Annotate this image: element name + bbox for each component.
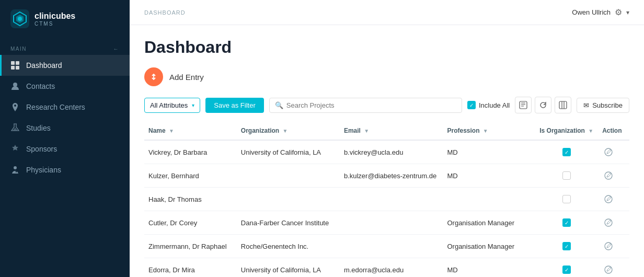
cell-email: [340, 188, 443, 211]
cell-is-organization[interactable]: ✓: [535, 211, 598, 235]
cell-action[interactable]: [598, 258, 629, 278]
sidebar-logo: clinicubes CTMS: [0, 0, 130, 38]
cell-email: b.kulzer@diabetes-zentrum.de: [340, 164, 443, 188]
cell-action[interactable]: [598, 188, 629, 211]
doctor-icon: [10, 165, 20, 175]
svg-point-18: [605, 219, 612, 226]
main-content: DASHBOARD Owen Ullrich ⚙ ▾ Dashboard Add…: [130, 0, 644, 277]
svg-point-15: [605, 148, 612, 156]
action-edit-icon[interactable]: [602, 216, 615, 229]
sidebar-item-label: Physicians: [26, 166, 61, 174]
cell-is-organization[interactable]: ✓: [535, 258, 598, 278]
svg-point-9: [14, 166, 17, 169]
refresh-svg: [539, 101, 547, 109]
add-entry-label[interactable]: Add Entry: [169, 73, 204, 82]
cell-name: Haak, Dr Thomas: [144, 188, 237, 211]
section-label: MAIN: [10, 46, 27, 52]
sidebar-item-studies[interactable]: Studies: [0, 118, 130, 138]
sidebar-item-contacts[interactable]: Contacts: [0, 76, 130, 97]
collapse-icon[interactable]: ←: [113, 46, 120, 52]
action-edit-icon[interactable]: [602, 146, 615, 158]
topbar: DASHBOARD Owen Ullrich ⚙ ▾: [130, 0, 644, 25]
svg-rect-4: [11, 61, 15, 65]
svg-rect-5: [16, 61, 19, 65]
table-row: Zimmermann, Dr RaphaelRoche/Genentech In…: [144, 235, 629, 258]
save-filter-button[interactable]: Save as Filter: [205, 98, 263, 113]
action-edit-icon[interactable]: [602, 193, 615, 205]
action-edit-icon[interactable]: [602, 240, 615, 252]
search-input[interactable]: [286, 101, 456, 109]
subscribe-label: Subscribe: [592, 101, 623, 109]
cell-name: Vickrey, Dr Barbara: [144, 140, 237, 164]
svg-point-3: [18, 17, 22, 21]
dashboard-icon: [10, 61, 20, 70]
svg-rect-12: [559, 101, 567, 109]
cell-name: Edorra, Dr Mira: [144, 258, 237, 278]
cell-organization: [237, 188, 340, 211]
user-menu[interactable]: Owen Ullrich ⚙ ▾: [572, 7, 629, 17]
cell-is-organization[interactable]: ✓: [535, 235, 598, 258]
is-org-checkbox-checked[interactable]: ✓: [562, 266, 571, 274]
prof-filter-icon[interactable]: ▼: [483, 128, 488, 134]
cell-action[interactable]: [598, 235, 629, 258]
sidebar-item-research-centers[interactable]: Research Centers: [0, 97, 130, 118]
sidebar-item-sponsors[interactable]: Sponsors: [0, 138, 130, 159]
all-attributes-dropdown[interactable]: All Attributes ▾: [144, 98, 200, 113]
is-org-checkbox-empty[interactable]: [562, 171, 571, 180]
name-filter-icon[interactable]: ▼: [169, 128, 174, 134]
subscribe-button[interactable]: ✉ Subscribe: [577, 98, 629, 113]
user-name: Owen Ullrich: [572, 8, 611, 16]
search-box[interactable]: 🔍: [269, 98, 462, 113]
gear-icon[interactable]: ⚙: [615, 7, 622, 17]
action-edit-icon[interactable]: [602, 169, 615, 182]
cell-is-organization[interactable]: ✓: [535, 140, 598, 164]
columns-svg: [559, 101, 567, 109]
is-org-checkbox-checked[interactable]: ✓: [562, 218, 571, 227]
cell-name: Kulzer, Bernhard: [144, 164, 237, 188]
cell-action[interactable]: [598, 140, 629, 164]
cell-organization: University of California, LA: [237, 140, 340, 164]
flask-icon: [10, 123, 20, 133]
cell-organization: [237, 164, 340, 188]
svg-point-8: [13, 83, 17, 87]
sidebar-nav: Dashboard Contacts Research Centers Stud…: [0, 55, 130, 180]
table-row: Haak, Dr Thomas: [144, 188, 629, 211]
cell-is-organization[interactable]: [535, 164, 598, 188]
search-icon: 🔍: [275, 101, 283, 109]
cell-email: m.edorra@ucla.edu: [340, 258, 443, 278]
svg-point-20: [605, 266, 612, 273]
columns-icon[interactable]: [555, 97, 571, 113]
pin-icon: [10, 102, 20, 112]
cell-email: b.vickrey@ucla.edu: [340, 140, 443, 164]
logo-name: clinicubes: [34, 11, 75, 21]
include-all-row[interactable]: ✓ Include All: [467, 101, 510, 109]
cell-is-organization[interactable]: [535, 188, 598, 211]
chevron-down-icon[interactable]: ▾: [626, 9, 629, 16]
sidebar-item-physicians[interactable]: Physicians: [0, 159, 130, 180]
cell-action[interactable]: [598, 211, 629, 235]
export-icon[interactable]: [515, 97, 532, 113]
cell-action[interactable]: [598, 164, 629, 188]
cell-profession: MD: [443, 140, 535, 164]
email-filter-icon[interactable]: ▼: [364, 128, 369, 134]
table-row: Edorra, Dr MiraUniversity of California,…: [144, 258, 629, 278]
logo-icon: [10, 9, 29, 28]
add-entry-button[interactable]: [144, 67, 163, 86]
svg-point-16: [605, 172, 612, 179]
include-all-checkbox[interactable]: ✓: [467, 101, 476, 109]
toolbar-icons: [515, 97, 571, 113]
contacts-icon: [10, 82, 20, 91]
table-body: Vickrey, Dr BarbaraUniversity of Califor…: [144, 140, 629, 277]
is-org-checkbox-checked[interactable]: ✓: [562, 242, 571, 250]
cell-organization: Roche/Genentech Inc.: [237, 235, 340, 258]
is-org-checkbox-checked[interactable]: ✓: [562, 148, 571, 156]
sidebar: clinicubes CTMS MAIN ← Dashboard Contact…: [0, 0, 130, 277]
org-filter-icon[interactable]: ▼: [283, 128, 288, 134]
is-org-checkbox-empty[interactable]: [562, 195, 571, 203]
sidebar-item-dashboard[interactable]: Dashboard: [0, 55, 130, 76]
refresh-icon[interactable]: [535, 97, 551, 113]
isorg-filter-icon[interactable]: ▼: [588, 128, 593, 134]
cell-name: Cutler, Dr Corey: [144, 211, 237, 235]
table-row: Cutler, Dr CoreyDana-Farber Cancer Insti…: [144, 211, 629, 235]
action-edit-icon[interactable]: [602, 263, 615, 276]
